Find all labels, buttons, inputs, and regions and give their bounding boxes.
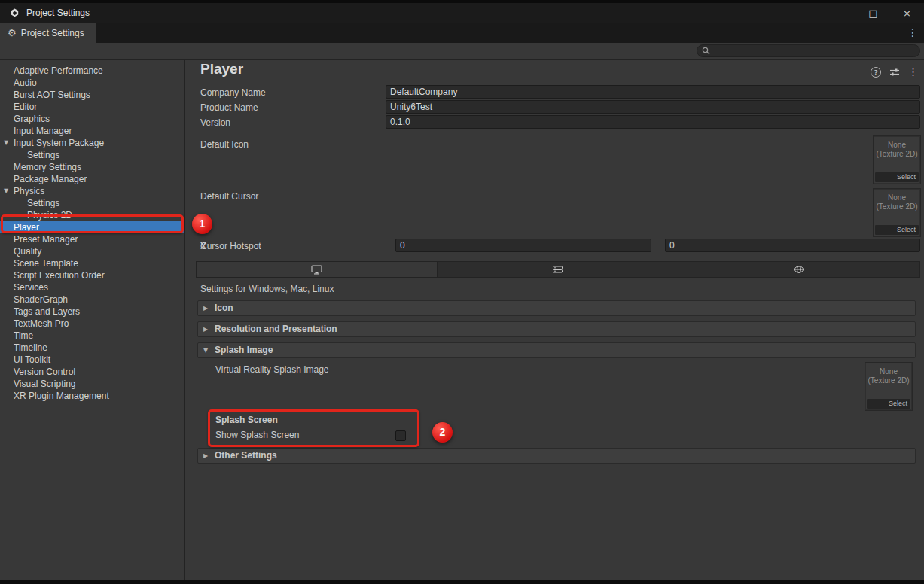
- tab-label: Project Settings: [21, 28, 84, 38]
- platform-tab-strip: [196, 261, 920, 278]
- section-header-other-settings[interactable]: ▶ Other Settings: [197, 448, 916, 464]
- presets-icon[interactable]: [889, 68, 900, 77]
- tab-menu-icon[interactable]: ⋮: [907, 26, 918, 38]
- default-cursor-label: Default Cursor: [200, 190, 258, 202]
- search-box[interactable]: [697, 44, 920, 57]
- platform-tab-desktop[interactable]: [197, 262, 438, 277]
- window-title: Project Settings: [26, 8, 90, 18]
- sidebar-item-audio[interactable]: Audio: [0, 77, 184, 89]
- section-header-resolution-and-presentation[interactable]: ▶ Resolution and Presentation: [197, 321, 916, 337]
- hotspot-y-field[interactable]: 0: [665, 239, 920, 252]
- settings-for-text: Settings for Windows, Mac, Linux: [200, 284, 334, 294]
- tab-bar: ⚙ Project Settings ⋮: [0, 23, 924, 43]
- sidebar-item-time[interactable]: Time: [0, 330, 184, 342]
- sidebar-item-preset-manager[interactable]: Preset Manager: [0, 233, 184, 245]
- texture-none-text: None (Texture 2D): [874, 141, 920, 159]
- dedicated-server-platform-icon: [552, 265, 563, 274]
- sidebar-item-memory-settings[interactable]: Memory Settings: [0, 161, 184, 173]
- foldout-expanded-icon[interactable]: ▼: [4, 137, 8, 149]
- texture-none-text: None (Texture 2D): [874, 193, 920, 211]
- tab-project-settings[interactable]: ⚙ Project Settings: [0, 23, 96, 43]
- panel-menu-icon[interactable]: ⋮: [908, 66, 918, 78]
- help-icon[interactable]: ?: [871, 67, 881, 78]
- page-title: Player: [200, 61, 243, 78]
- sidebar-item-shadergraph[interactable]: ShaderGraph: [0, 294, 184, 306]
- sidebar-item-graphics[interactable]: Graphics: [0, 113, 184, 125]
- default-icon-texture-well[interactable]: None (Texture 2D) Select: [873, 135, 921, 184]
- search-input[interactable]: [713, 47, 915, 56]
- search-icon: [702, 47, 710, 55]
- section-header-icon[interactable]: ▶ Icon: [197, 300, 916, 316]
- sidebar-item-player[interactable]: Player: [0, 221, 184, 233]
- sidebar-item-adaptive-performance[interactable]: Adaptive Performance: [0, 65, 184, 77]
- toolbar: [0, 43, 924, 60]
- vr-splash-image-label: Virtual Reality Splash Image: [215, 364, 329, 375]
- sidebar-item-xr-plugin-management[interactable]: XR Plugin Management: [0, 390, 184, 402]
- texture-none-text: None (Texture 2D): [865, 367, 912, 385]
- background-taskbar-strip: [0, 580, 924, 584]
- hotspot-y-label: Y: [200, 240, 206, 252]
- sidebar-item-script-execution-order[interactable]: Script Execution Order: [0, 269, 184, 281]
- sidebar-item-services[interactable]: Services: [0, 281, 184, 294]
- project-settings-window: Project Settings – □ × ⚙ Project Setting…: [0, 0, 924, 584]
- sidebar-item-textmesh-pro[interactable]: TextMesh Pro: [0, 318, 184, 330]
- version-field[interactable]: 0.1.0: [386, 115, 920, 129]
- sidebar-item-version-control[interactable]: Version Control: [0, 366, 184, 378]
- sidebar-item-burst-aot-settings[interactable]: Burst AOT Settings: [0, 89, 184, 101]
- sidebar-item-physics[interactable]: ▼Physics: [0, 185, 184, 197]
- foldout-collapsed-icon: ▶: [203, 301, 208, 315]
- sidebar-item-input-manager[interactable]: Input Manager: [0, 125, 184, 137]
- texture-select-button[interactable]: Select: [867, 399, 910, 409]
- platform-tab-webgl[interactable]: [679, 262, 919, 277]
- show-splash-screen-checkbox[interactable]: [395, 430, 406, 441]
- sidebar-item-ui-toolkit[interactable]: UI Toolkit: [0, 354, 184, 366]
- sidebar-item-physics-2d[interactable]: Physics 2D: [0, 209, 184, 221]
- sidebar-item-tags-and-layers[interactable]: Tags and Layers: [0, 306, 184, 318]
- texture-select-button[interactable]: Select: [875, 225, 919, 235]
- foldout-collapsed-icon: ▶: [203, 322, 208, 336]
- webgl-platform-icon: [794, 265, 804, 274]
- foldout-expanded-icon: ▼: [203, 343, 208, 357]
- sidebar-item-scene-template[interactable]: Scene Template: [0, 257, 184, 269]
- maximize-button[interactable]: □: [856, 3, 890, 23]
- close-button[interactable]: ×: [890, 3, 924, 23]
- sidebar-item-timeline[interactable]: Timeline: [0, 342, 184, 354]
- sidebar-item-visual-scripting[interactable]: Visual Scripting: [0, 378, 184, 390]
- splash-screen-heading: Splash Screen: [215, 415, 278, 425]
- window-titlebar: Project Settings – □ ×: [0, 3, 924, 23]
- unity-logo-icon: [9, 8, 20, 19]
- vr-splash-texture-well[interactable]: None (Texture 2D) Select: [865, 362, 913, 411]
- player-settings-panel: Player ? ⋮ Company Name DefaultCompany P…: [186, 60, 924, 580]
- default-icon-label: Default Icon: [200, 138, 249, 151]
- sidebar-item-input-system-settings[interactable]: Settings: [0, 149, 184, 161]
- gear-icon: ⚙: [8, 27, 17, 38]
- sidebar-item-editor[interactable]: Editor: [0, 101, 184, 113]
- platform-tab-dedicated-server[interactable]: [438, 262, 679, 277]
- section-header-splash-image[interactable]: ▼ Splash Image: [197, 342, 916, 358]
- hotspot-x-field[interactable]: 0: [395, 239, 651, 252]
- minimize-button[interactable]: –: [822, 3, 856, 23]
- desktop-platform-icon: [311, 265, 322, 275]
- window-controls: – □ ×: [822, 3, 924, 23]
- show-splash-screen-label: Show Splash Screen: [215, 430, 299, 440]
- foldout-collapsed-icon: ▶: [203, 449, 208, 463]
- sidebar-item-package-manager[interactable]: Package Manager: [0, 173, 184, 185]
- panel-header-icons: ? ⋮: [871, 66, 918, 78]
- settings-category-list: Adaptive Performance Audio Burst AOT Set…: [0, 60, 185, 580]
- company-name-label: Company Name: [200, 87, 266, 99]
- cursor-hotspot-label: Cursor Hotspot: [200, 240, 261, 252]
- sidebar-item-quality[interactable]: Quality: [0, 245, 184, 257]
- sidebar-item-input-system-package[interactable]: ▼Input System Package: [0, 137, 184, 149]
- product-name-field[interactable]: Unity6Test: [386, 100, 920, 114]
- sidebar-item-physics-settings[interactable]: Settings: [0, 197, 184, 209]
- texture-select-button[interactable]: Select: [875, 172, 919, 182]
- company-name-field[interactable]: DefaultCompany: [386, 85, 920, 99]
- version-label: Version: [200, 117, 230, 129]
- default-cursor-texture-well[interactable]: None (Texture 2D) Select: [873, 188, 921, 237]
- product-name-label: Product Name: [200, 102, 258, 114]
- foldout-expanded-icon[interactable]: ▼: [4, 185, 8, 197]
